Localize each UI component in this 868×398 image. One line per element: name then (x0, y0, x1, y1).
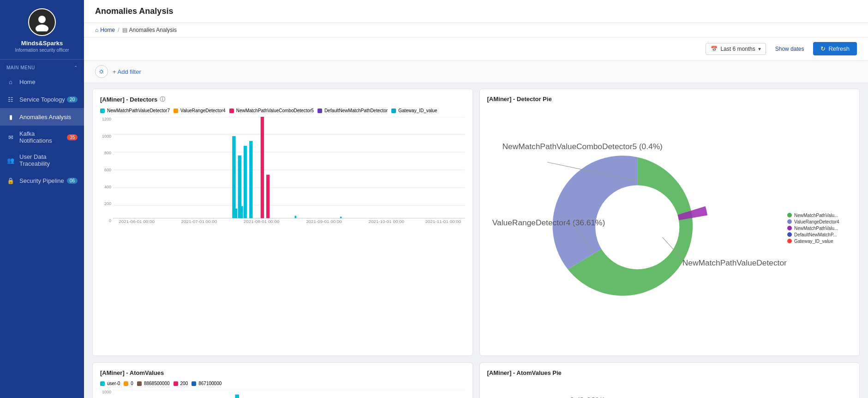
breadcrumb-icon: ▤ (122, 27, 127, 33)
refresh-button[interactable]: ↻ Refresh (813, 42, 857, 55)
home-breadcrumb-icon: ⌂ (95, 27, 98, 33)
svg-rect-12 (249, 141, 252, 218)
pie-legend-2: NewMatchPathValu... (787, 226, 852, 231)
sidebar-item-anomalies-analysis[interactable]: ▮ Anomalies Analysis (0, 108, 84, 126)
refresh-icon: ↻ (820, 45, 826, 52)
svg-point-1 (36, 24, 48, 31)
atom-y-axis: 1000 800 600 400 200 0 (100, 390, 113, 398)
svg-text:ValueRangeDetector4 (36.61%): ValueRangeDetector4 (36.61%) (492, 218, 605, 227)
detector-pie-area: NewMatchPathValueComboDetector5 (0.4%) V… (487, 107, 788, 349)
topology-icon: ☷ (6, 95, 15, 103)
svg-rect-11 (244, 146, 247, 218)
svg-rect-15 (235, 209, 237, 218)
avatar (28, 8, 56, 36)
filter-bar: ⛭ + Add filter (84, 60, 868, 83)
svg-text:2021-09-01 00:00: 2021-09-01 00:00 (306, 220, 342, 223)
sidebar-profile: Minds&Sparks Information security office… (0, 0, 84, 60)
sidebar-item-user-data[interactable]: 👥 User Data Traceability (0, 149, 84, 172)
atom-pie-title: [AMiner] - AtomValues Pie (487, 369, 852, 376)
collapse-icon[interactable]: ⌃ (74, 65, 78, 70)
pie-legend-1: ValueRangeDetector4 (787, 219, 852, 224)
legend-item-3: DefaultNewMatchPathDetector (317, 108, 388, 113)
detectors-y-axis: 1200 1000 800 600 400 200 0 (100, 117, 113, 223)
legend-item-2: NewMatchPathValueComboDetector5 (229, 108, 314, 113)
detector-pie-card: [AMiner] - Detector Pie NewMatchPathV (479, 89, 860, 356)
detector-pie-svg: NewMatchPathValueComboDetector5 (0.4%) V… (487, 107, 788, 347)
chevron-down-icon: ▾ (758, 46, 761, 52)
atom-pie-area: 0 (0.62%) user-0 (98.1%) (487, 381, 797, 398)
show-dates-button[interactable]: Show dates (772, 43, 808, 54)
svg-text:NewMatchPathValueComboDetector: NewMatchPathValueComboDetector5 (0.4%) (502, 142, 662, 151)
atom-pie-card: [AMiner] - AtomValues Pie 0 (0.62%) us (479, 362, 860, 398)
pie-legend-0: NewMatchPathValu... (787, 213, 852, 218)
top-header: Anomalies Analysis (84, 0, 868, 23)
legend-item-1: ValueRangeDetector4 (174, 108, 226, 113)
pie-legend-3: DefaultNewMatchP... (787, 232, 852, 237)
atom-values-chart-title: [AMiner] - AtomValues (100, 369, 465, 376)
atom-legend-2: 8868500000 (137, 381, 170, 386)
svg-text:2021-08-01 00:00: 2021-08-01 00:00 (244, 220, 280, 223)
detectors-svg: 2021-06-01 00:00 2021-07-01 00:00 2021-0… (113, 117, 465, 223)
svg-text:2021-10-01 00:00: 2021-10-01 00:00 (368, 220, 404, 223)
atom-legend: user-0 0 8868500000 200 867100000 (100, 381, 465, 386)
charts-area: [AMiner] - Detectors ⓘ NewMatchPathValue… (84, 83, 868, 398)
date-range-label: Last 6 months (720, 46, 755, 52)
pie-legend-4: Gateway_ID_value (787, 239, 852, 244)
anomalies-icon: ▮ (6, 113, 15, 121)
sidebar-item-service-topology[interactable]: ☷ Service Topology 20 (0, 90, 84, 108)
svg-text:2021-11-01 00:00: 2021-11-01 00:00 (425, 220, 461, 223)
menu-header: MAIN MENU ⌃ (0, 60, 84, 73)
atom-legend-0: user-0 (100, 381, 120, 386)
sidebar-item-kafka[interactable]: ✉ Kafka Notifications 35 (0, 126, 84, 149)
kafka-badge: 35 (67, 134, 78, 140)
legend-item-4: Gateway_ID_value (391, 108, 437, 113)
detector-pie-title: [AMiner] - Detector Pie (487, 96, 852, 103)
detector-pie-legend: NewMatchPathValu... ValueRangeDetector4 … (787, 213, 852, 244)
security-badge: 06 (67, 178, 78, 184)
breadcrumb-current: Anomalies Analysis (129, 27, 177, 33)
sidebar-item-security-pipeline[interactable]: 🔒 Security Pipeline 06 (0, 172, 84, 189)
atom-pie-inner: 0 (0.62%) user-0 (98.1%) user-0 0 886850… (487, 381, 852, 398)
breadcrumb-home[interactable]: Home (100, 27, 115, 33)
detectors-legend: NewMatchPathValueDetector7 ValueRangeDet… (100, 108, 465, 113)
svg-rect-17 (295, 216, 297, 218)
profile-name: Minds&Sparks (21, 40, 63, 47)
svg-rect-13 (261, 117, 264, 218)
detectors-chart-title: [AMiner] - Detectors ⓘ (100, 96, 465, 103)
detectors-chart-card: [AMiner] - Detectors ⓘ NewMatchPathValue… (92, 89, 473, 356)
svg-rect-16 (241, 206, 243, 218)
atom-legend-1: 0 (124, 381, 133, 386)
atom-bar-chart: 1000 800 600 400 200 0 (100, 390, 465, 398)
atom-legend-4: 867100000 (192, 381, 221, 386)
info-icon: ⓘ (160, 96, 165, 103)
breadcrumb-sep: / (118, 27, 119, 33)
home-icon: ⌂ (6, 78, 15, 86)
detectors-svg-wrap: 2021-06-01 00:00 2021-07-01 00:00 2021-0… (113, 117, 465, 223)
svg-rect-38 (235, 395, 239, 398)
atom-pie-svg: 0 (0.62%) user-0 (98.1%) (487, 381, 797, 398)
legend-item-0: NewMatchPathValueDetector7 (100, 108, 170, 113)
kafka-icon: ✉ (6, 133, 15, 141)
topology-badge: 20 (67, 96, 78, 103)
filter-icon-button[interactable]: ⛭ (95, 65, 108, 78)
calendar-icon: 📅 (711, 46, 718, 52)
svg-text:0 (0.62%): 0 (0.62%) (569, 397, 605, 398)
svg-rect-9 (232, 136, 235, 218)
atom-legend-3: 200 (174, 381, 188, 386)
toolbar: 📅 Last 6 months ▾ Show dates ↻ Refresh (84, 37, 868, 60)
sidebar: Minds&Sparks Information security office… (0, 0, 84, 398)
breadcrumb: ⌂ Home / ▤ Anomalies Analysis (84, 23, 868, 37)
sidebar-item-home[interactable]: ⌂ Home (0, 73, 84, 90)
page-title: Anomalies Analysis (95, 6, 173, 16)
user-data-icon: 👥 (6, 156, 15, 164)
main-content: Anomalies Analysis ⌂ Home / ▤ Anomalies … (84, 0, 868, 398)
svg-point-0 (38, 16, 46, 23)
svg-point-25 (595, 185, 679, 269)
svg-text:2021-06-01 00:00: 2021-06-01 00:00 (119, 220, 155, 223)
svg-text:NewMatchPathValueDetector7 (62: NewMatchPathValueDetector7 (62.62%) (682, 258, 787, 267)
date-filter[interactable]: 📅 Last 6 months ▾ (706, 43, 766, 55)
detectors-bar-chart: 1200 1000 800 600 400 200 0 (100, 117, 465, 223)
atom-values-chart-card: [AMiner] - AtomValues user-0 0 886850000… (92, 362, 473, 398)
svg-rect-14 (266, 175, 269, 218)
add-filter-link[interactable]: + Add filter (113, 68, 141, 75)
